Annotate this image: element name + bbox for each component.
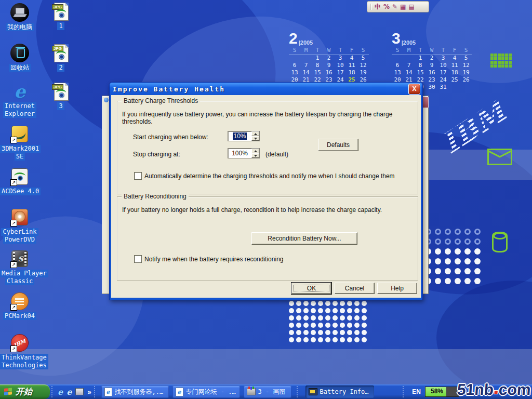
dot — [318, 308, 323, 313]
language-indicator[interactable]: EN — [412, 388, 421, 395]
spin-down-icon[interactable] — [251, 153, 259, 158]
notify-reconditioning-checkbox[interactable] — [134, 255, 142, 263]
desktop-icon-recycle-bin[interactable]: 回收站 — [0, 44, 39, 72]
help-button[interactable]: Help — [377, 283, 417, 294]
desktop-icon-label-line: Technologies — [0, 362, 48, 369]
powerdvd-icon: ↗ — [10, 208, 29, 227]
quick-launch-ie-icon[interactable]: e — [58, 387, 63, 397]
dot — [455, 238, 461, 245]
taskbar-task-2[interactable]: 3 - 画图 — [244, 385, 291, 398]
ime-fullwidth-icon[interactable]: % — [383, 2, 390, 11]
calendar-date: 11 — [449, 62, 460, 69]
ie-icon: e — [10, 82, 29, 101]
calendar-date: 8 — [312, 62, 323, 69]
taskbar-task-1[interactable]: e专门网论坛 - ... — [172, 385, 240, 398]
dot — [455, 229, 461, 235]
taskbar-separator — [403, 386, 406, 397]
dialog-titlebar[interactable]: Improve Battery Health X — [110, 83, 422, 95]
desktop-icon-label: ThinkVantageTechnologies — [0, 354, 39, 369]
calendar-date: 6 — [289, 62, 300, 69]
desktop-icon-label: 回收站 — [0, 64, 39, 72]
spin-up-icon[interactable] — [251, 131, 259, 136]
calendar-date — [392, 55, 403, 62]
defaults-button[interactable]: Defaults — [318, 139, 358, 151]
taskbar-task-0[interactable]: e找不到服务器,... — [101, 385, 169, 398]
battery-gauge[interactable]: 58% — [425, 387, 459, 397]
grid-cell — [501, 57, 504, 60]
desktop-icon-jpg-file-1[interactable]: JPG1 — [41, 2, 81, 30]
ime-pen-icon[interactable]: ✎ — [392, 2, 397, 11]
desktop-icon-3dmark2001-se[interactable]: ↗3DMark2001SE — [0, 125, 39, 161]
calendar-date: 16 — [323, 69, 335, 76]
grid-cell — [501, 61, 504, 64]
desktop-icon-acdsee-40[interactable]: ↗ACDSee 4.0 — [0, 167, 39, 195]
desktop-icon-jpg-file-3[interactable]: JPG3 — [41, 82, 81, 110]
recondition-battery-button[interactable]: Recondition Battery Now... — [251, 232, 357, 245]
auto-thresholds-checkbox[interactable] — [134, 172, 142, 180]
chevron-icon[interactable]: » — [87, 388, 91, 396]
desktop-icon-cyberlink-powerdvd[interactable]: ↗CyberLinkPowerDVD — [0, 208, 39, 244]
dot — [354, 323, 360, 328]
calendar-date: 15 — [415, 69, 426, 76]
dot — [445, 229, 451, 235]
taskbar-separator — [94, 386, 98, 397]
ime-keyboard-icon[interactable]: ▦ — [400, 2, 406, 11]
spin-up-icon[interactable] — [251, 149, 259, 153]
51nb-watermark: 51nbcom — [457, 381, 531, 398]
taskbar-task-3[interactable]: Battery Infor... — [305, 385, 374, 398]
taskbar-separator — [51, 386, 55, 397]
stop-charging-value[interactable]: 100% — [228, 149, 251, 158]
close-icon[interactable]: X — [408, 84, 420, 95]
desktop-icon-label: 3DMark2001SE — [0, 145, 39, 161]
calendar-date: 15 — [312, 69, 323, 76]
calendar-date: 5 — [460, 55, 472, 62]
calendar-date: 10 — [335, 62, 346, 69]
ime-menu-icon[interactable]: ▤ — [408, 2, 414, 11]
start-charging-value[interactable]: 10% — [228, 131, 251, 141]
desktop-icon-label-line: 回收站 — [9, 64, 31, 72]
watermark-dot — [495, 391, 498, 394]
calendar-date: 23 — [426, 76, 437, 84]
dot — [435, 268, 441, 274]
dot-pattern — [425, 229, 484, 288]
dot — [435, 238, 441, 245]
dot — [340, 301, 345, 306]
cancel-button[interactable]: Cancel — [335, 283, 375, 294]
calendar-date: 31 — [437, 84, 449, 91]
ok-button[interactable]: OK — [291, 283, 331, 294]
calendar-date: 8 — [415, 62, 426, 69]
group-description: If you infrequently use battery power, y… — [122, 111, 413, 125]
calendar-day-header: F — [449, 47, 460, 55]
dot — [311, 301, 316, 306]
calendar-date: 9 — [323, 62, 335, 69]
ime-chinese-mode-icon[interactable]: 中 — [375, 2, 381, 11]
cylinder-top — [493, 232, 507, 240]
desktop-icon-my-computer[interactable]: 我的电脑 — [0, 3, 39, 31]
calendar-day-header: F — [346, 47, 357, 55]
spin-down-icon[interactable] — [251, 136, 259, 141]
ime-grip[interactable] — [370, 4, 372, 10]
calendar-date: 26 — [460, 76, 472, 84]
desktop-icon-pcmark04[interactable]: ↗PCMark04 — [0, 292, 39, 320]
ime-language-bar[interactable]: 中%✎▦▤ — [367, 1, 429, 12]
stop-charging-spinner[interactable]: 100% — [228, 148, 260, 158]
grid-cell — [501, 64, 504, 68]
start-charging-spinner[interactable]: 10% — [228, 131, 260, 141]
calendar-date: 6 — [392, 62, 403, 69]
calendar-date: 13 — [289, 69, 300, 76]
desktop-icon-internet-explorer[interactable]: eInternetExplorer — [0, 82, 39, 118]
battery-charge-thresholds-group: Battery Charge Thresholds If you infrequ… — [117, 101, 418, 194]
grid-cell — [490, 64, 494, 68]
desktop-icon-media-player-classic[interactable]: s↗Media PlayerClassic — [0, 249, 39, 285]
dot — [325, 308, 330, 313]
show-desktop-icon[interactable] — [75, 388, 84, 395]
calendar-day-header: T — [437, 47, 449, 55]
calendar-month-header: 2|2005 — [289, 28, 369, 47]
desktop-icon-thinkvantage-technologies[interactable]: IBM↗ThinkVantageTechnologies — [0, 334, 39, 369]
desktop-icon-jpg-file-2[interactable]: JPG2 — [41, 44, 81, 72]
calendar-date: 5 — [357, 55, 369, 62]
quick-launch-ie2-icon[interactable]: e — [66, 387, 72, 397]
start-button[interactable]: 开始 — [0, 384, 50, 399]
calendar-date: 10 — [437, 62, 449, 69]
dot — [445, 268, 451, 274]
